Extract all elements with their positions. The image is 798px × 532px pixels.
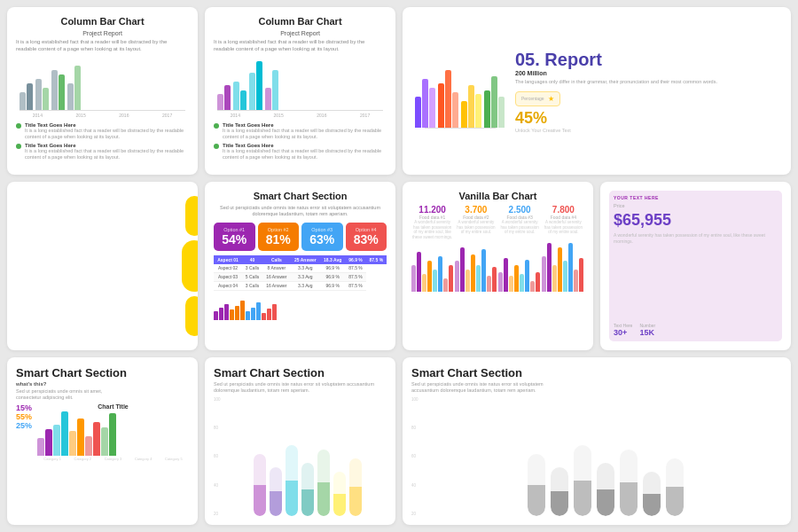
card1-bars <box>16 57 189 110</box>
card9-title: Smart Chart Section <box>214 366 387 379</box>
card8-subtitle: what's this? <box>16 381 189 387</box>
card8-stats: 15%55%25% <box>16 403 32 430</box>
card2-years: 2014201520162017 <box>214 113 387 118</box>
card-pill-partial <box>7 182 198 349</box>
price-meta2: Number 15K <box>639 323 655 337</box>
report-num-label: 200 Million <box>515 70 782 76</box>
card8-chart-title: Chart Title <box>37 403 189 410</box>
card9-subtitle: Sed ut perspiciatis unde omnis iste natu… <box>214 381 387 394</box>
report-axis <box>425 128 496 129</box>
card2-title: Column Bar Chart <box>214 16 387 27</box>
card6-bars <box>411 243 584 292</box>
card2-body: It is a long established fact that a rea… <box>214 39 387 53</box>
pill-3 <box>185 296 198 336</box>
card1-body: It is a long established fact that a rea… <box>16 39 189 53</box>
pill-1 <box>185 196 198 236</box>
your-text-label: YOUR TEXT HERE <box>614 195 778 200</box>
card9-pills <box>254 445 362 516</box>
card5-stats: Option #154%Option #281%Option #363%Opti… <box>214 223 387 251</box>
card10-axis-labels: 10080604020 <box>411 397 420 516</box>
card-smart-chart: Smart Chart Section Sed ut perspiciatis … <box>205 182 395 349</box>
pct-label: Percentage <box>521 96 544 101</box>
card-column-bar-2: Column Bar Chart Project Report It is a … <box>205 7 395 175</box>
card1-legend: Title Text Goes HereIt is a long establi… <box>16 122 189 161</box>
card5-title: Smart Chart Section <box>214 191 387 201</box>
card10-pills <box>528 445 684 516</box>
card-gray-pills: Smart Chart Section Sed ut perspiciatis … <box>403 357 791 525</box>
card-price-partial: YOUR TEXT HERE Price $65,955 A wonderful… <box>600 182 791 349</box>
card6-stats: 11.200Food data #1A wonderful serenity h… <box>411 205 584 239</box>
card10-subtitle: Sed ut perspiciatis unde omnis iste natu… <box>411 381 559 394</box>
card2-axis <box>217 110 383 111</box>
price-label: Price <box>614 203 778 208</box>
card9-axis-labels: 10080604020 <box>214 397 223 516</box>
card1-title: Column Bar Chart <box>16 16 189 27</box>
card1-years: 2014201520162017 <box>16 113 189 118</box>
pct-value: 45% <box>515 109 782 128</box>
card-vanilla-bar: Vanilla Bar Chart 11.200Food data #1A wo… <box>403 182 593 349</box>
report-bars <box>411 57 508 128</box>
pill-2 <box>182 240 198 292</box>
card-smart-bar-chart: Smart Chart Section what's this? Sed ut … <box>7 357 198 525</box>
report-desc: The languages only differ in their gramm… <box>515 79 782 86</box>
report-number: 05. Report <box>515 50 782 70</box>
card5-subtitle: Sed ut perspiciatis unde omnis iste natu… <box>214 205 387 217</box>
card5-mini-chart <box>214 295 387 320</box>
card2-legend: Title Text Goes HereIt is a long establi… <box>214 122 387 161</box>
star-icon: ★ <box>548 95 554 103</box>
price-meta1: Text Here 30+ <box>614 323 632 337</box>
card2-subtitle: Project Report <box>214 30 387 36</box>
card8-body: Sed ut perspiciatis unde omnis sit amet,… <box>16 388 111 401</box>
price-desc: A wonderful serenity has taken possessio… <box>614 232 778 244</box>
card2-bars <box>214 57 387 110</box>
card5-table: Aspect 0140Calls25 Answer18.3 Avg96.9 %8… <box>214 255 387 291</box>
card8-cat-labels: Category 1Category 2Category 3Category 4… <box>37 457 189 461</box>
card1-subtitle: Project Report <box>16 30 189 36</box>
creative-text: Unlock Your Creative Text <box>515 128 782 133</box>
card1-axis <box>20 110 185 111</box>
card8-chart <box>37 411 189 456</box>
card-column-bar-1: Column Bar Chart Project Report It is a … <box>7 7 198 175</box>
card8-title: Smart Chart Section <box>16 366 189 379</box>
card10-title: Smart Chart Section <box>411 366 782 379</box>
price-value: $65,955 <box>614 211 778 230</box>
card6-title: Vanilla Bar Chart <box>411 191 584 201</box>
card-report: 05. Report 200 Million The languages onl… <box>403 7 791 175</box>
card-colored-pills: Smart Chart Section Sed ut perspiciatis … <box>205 357 395 525</box>
